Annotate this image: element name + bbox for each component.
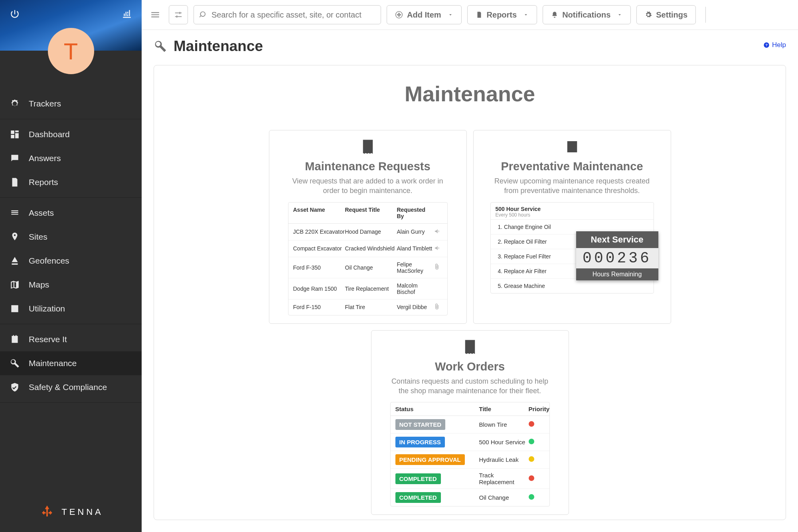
sidebar-item-maps[interactable]: Maps	[0, 273, 142, 297]
hamburger-button[interactable]	[147, 7, 163, 23]
safety-icon	[10, 382, 20, 392]
sidebar-item-geofences[interactable]: Geofences	[0, 249, 142, 273]
mr-table: Asset NameRequest TitleRequested By JCB …	[288, 202, 448, 315]
logo-icon	[38, 503, 56, 521]
chevron-down-icon	[448, 12, 453, 18]
card-desc: Contains requests and custom scheduling …	[375, 376, 565, 396]
table-row[interactable]: COMPLETEDOil Change	[391, 489, 549, 506]
sidebar-item-answers[interactable]: Answers	[0, 146, 142, 170]
table-row[interactable]: PENDING APPROVALHydraulic Leak	[391, 451, 549, 469]
next-service-badge: Next Service 000236 Hours Remaining	[576, 231, 658, 280]
document-list-icon	[462, 339, 478, 355]
settings-button[interactable]: Settings	[636, 5, 696, 24]
sidebar-item-maintenance[interactable]: Maintenance	[0, 351, 142, 375]
receipt-icon	[359, 138, 376, 155]
card-title: Preventative Maintenance	[501, 160, 643, 173]
calendar-check-icon	[564, 138, 581, 155]
building-icon[interactable]	[122, 9, 132, 19]
reports-button[interactable]: Reports	[467, 5, 537, 24]
table-row[interactable]: Ford F-150Flat TireVergil Dibbe	[288, 299, 447, 315]
maintenance-icon	[10, 358, 20, 368]
svg-text:?: ?	[765, 43, 768, 47]
card-work-orders[interactable]: Work Orders Contains requests and custom…	[371, 330, 569, 515]
gear-icon	[645, 11, 652, 18]
chevron-down-icon	[617, 12, 622, 18]
reserve-icon	[10, 334, 20, 345]
chevron-down-icon	[523, 12, 529, 18]
card-title: Maintenance Requests	[305, 160, 430, 173]
sidebar-item-dashboard[interactable]: Dashboard	[0, 122, 142, 146]
content-heading: Maintenance	[170, 81, 770, 106]
answers-icon	[10, 153, 20, 164]
help-icon: ?	[763, 42, 770, 48]
sidebar-item-assets[interactable]: Assets	[0, 201, 142, 225]
notifications-button[interactable]: Notifications	[543, 5, 631, 24]
power-icon[interactable]	[10, 9, 20, 19]
top-divider	[705, 7, 706, 23]
card-preventative-maintenance[interactable]: Preventative Maintenance Review upcoming…	[473, 130, 671, 324]
document-icon	[476, 11, 483, 18]
table-row[interactable]: IN PROGRESS500 Hour Service	[391, 433, 549, 451]
sidebar-item-reports[interactable]: Reports	[0, 170, 142, 194]
filter-button[interactable]	[169, 5, 188, 24]
search-icon	[200, 11, 207, 19]
bell-icon	[551, 11, 558, 18]
list-item: 5. Grease Machine	[491, 279, 654, 293]
add-item-button[interactable]: Add Item	[387, 5, 462, 24]
reports-icon	[10, 177, 20, 187]
logo: TENNA	[0, 503, 142, 521]
card-desc: View requests that are added to a work o…	[273, 176, 462, 196]
card-title: Work Orders	[435, 360, 505, 373]
table-row[interactable]: Compact ExcavatorCracked WindshieldAland…	[288, 240, 447, 257]
table-row[interactable]: NOT STARTEDBlown Tire	[391, 416, 549, 433]
utilization-icon	[10, 303, 20, 314]
table-row[interactable]: COMPLETEDTrack Replacement	[391, 469, 549, 489]
maps-icon	[10, 280, 20, 290]
search-input-wrap[interactable]	[194, 5, 381, 24]
page-title: Maintenance	[174, 38, 263, 55]
dashboard-icon	[10, 129, 20, 140]
sites-icon	[10, 232, 20, 242]
sidebar-item-trackers[interactable]: Trackers	[0, 92, 142, 116]
card-desc: Review upcoming maintenance requests cre…	[478, 176, 667, 196]
table-row[interactable]: JCB 220X ExcavatorHood DamageAlain Gurry	[288, 224, 447, 240]
content: Maintenance Maintenance Requests View re…	[154, 65, 786, 520]
sidebar-item-sites[interactable]: Sites	[0, 225, 142, 249]
topbar: Add Item Reports Notifications Settings	[142, 0, 798, 30]
help-link[interactable]: ? Help	[763, 41, 786, 49]
page-title-row: Maintenance ? Help	[142, 30, 798, 63]
tracker-icon	[10, 99, 20, 109]
wrench-icon	[154, 39, 167, 53]
geofences-icon	[10, 256, 20, 266]
assets-icon	[10, 208, 20, 218]
table-row[interactable]: Ford F-350Oil ChangeFelipe MacSorley	[288, 257, 447, 278]
sidebar-item-safety[interactable]: Safety & Compliance	[0, 375, 142, 399]
pm-box: 500 Hour ServiceEvery 500 hours 1. Chang…	[490, 202, 654, 294]
plus-circle-icon	[395, 11, 403, 19]
search-input[interactable]	[211, 10, 375, 20]
avatar[interactable]: T	[48, 28, 94, 74]
sidebar: T Trackers Dashboard Answers Reports Ass…	[0, 0, 142, 532]
sidebar-item-reserve-it[interactable]: Reserve It	[0, 327, 142, 351]
table-row[interactable]: Dodge Ram 1500Tire ReplacementMalcolm Bi…	[288, 278, 447, 299]
sidebar-item-utilization[interactable]: Utilization	[0, 297, 142, 321]
wo-table: StatusTitlePriority NOT STARTEDBlown Tir…	[390, 402, 550, 506]
card-maintenance-requests[interactable]: Maintenance Requests View requests that …	[269, 130, 467, 324]
